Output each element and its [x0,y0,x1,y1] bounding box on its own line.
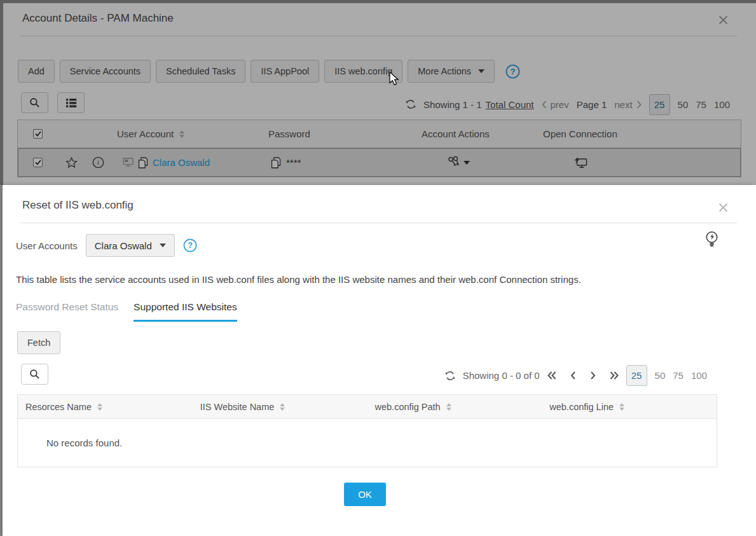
double-chevron-left-icon [547,371,556,380]
refresh-icon [445,371,455,381]
search-icon [29,369,40,380]
chevron-right-icon [590,371,596,380]
table-header: Resorces Name IIS Website Name web.confi… [18,395,717,419]
table-body: No records found. [18,419,717,467]
reset-iis-webconfig-dialog: Reset of IIS web.config User Accounts Cl… [3,185,756,536]
lightbulb-icon [704,231,720,249]
column-header-iis-website-name[interactable]: IIS Website Name [193,402,368,412]
help-button[interactable]: ? [183,238,197,252]
chevron-left-icon [570,371,576,380]
page-size-75[interactable]: 75 [673,370,684,381]
tab-password-reset-status[interactable]: Password Reset Status [16,301,118,322]
double-chevron-right-icon [610,371,619,380]
empty-message: No records found. [46,437,122,448]
prev-page-button[interactable] [570,371,576,380]
tips-button[interactable] [704,231,720,252]
modal-backdrop [0,0,756,185]
page-size-100[interactable]: 100 [691,370,707,381]
sort-icon [97,403,102,411]
dialog-description: This table lists the service accounts us… [16,274,581,285]
refresh-button[interactable] [445,371,455,381]
page-size-25[interactable]: 25 [626,365,647,386]
last-page-button[interactable] [610,371,619,380]
dialog-close-button[interactable] [717,201,729,214]
sort-icon [280,403,285,411]
ok-button[interactable]: OK [344,483,386,506]
sort-icon [446,403,451,411]
next-page-button[interactable] [590,371,596,380]
close-icon [718,203,728,212]
page-size-50[interactable]: 50 [655,370,666,381]
column-header-webconfig-path[interactable]: web.config Path [368,402,542,412]
sort-icon [619,403,624,411]
dialog-title-divider [20,223,737,223]
column-header-webconfig-line[interactable]: web.config Line [542,402,717,412]
tab-bar: Password Reset Status Supported IIS Webs… [16,301,237,322]
column-header-resources-name[interactable]: Resorces Name [18,402,193,412]
showing-text: Showing 0 - 0 of 0 [463,370,540,381]
search-button[interactable] [21,364,48,385]
supported-websites-table: Resorces Name IIS Website Name web.confi… [17,394,717,467]
account-dropdown-value: Clara Oswald [95,240,152,251]
svg-text:?: ? [188,241,193,250]
dialog-title: Reset of IIS web.config [22,199,134,212]
user-accounts-label: User Accounts [16,240,78,251]
help-icon: ? [183,238,197,252]
first-page-button[interactable] [547,371,556,380]
account-dropdown[interactable]: Clara Oswald [86,234,175,257]
pagination-bar: Showing 0 - 0 of 0 [445,365,707,386]
fetch-button[interactable]: Fetch [17,331,60,354]
tab-supported-iis-websites[interactable]: Supported IIS Websites [134,301,237,322]
chevron-down-icon [160,244,166,247]
